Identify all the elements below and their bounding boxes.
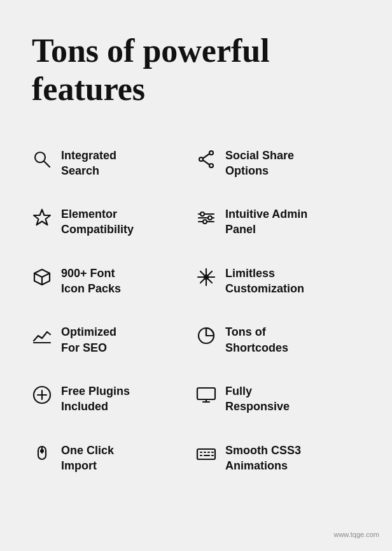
plus-circle-icon — [32, 385, 52, 405]
svg-point-12 — [208, 216, 212, 220]
svg-marker-7 — [34, 210, 50, 225]
keyboard-icon — [196, 444, 216, 464]
svg-line-1 — [44, 161, 50, 167]
search-icon — [32, 149, 52, 169]
feature-limitless: LimitlessCustomization — [196, 252, 360, 311]
feature-social-share: Social ShareOptions — [196, 134, 360, 193]
feature-one-click: One ClickImport — [32, 429, 196, 488]
sparkle-icon — [196, 267, 216, 287]
chart-icon — [32, 326, 52, 346]
mouse-icon — [32, 444, 52, 464]
svg-rect-29 — [197, 388, 215, 399]
feature-font-icons: 900+ FontIcon Packs — [32, 252, 196, 311]
svg-line-6 — [203, 160, 209, 164]
svg-line-5 — [203, 154, 209, 158]
elementor-label: ElementorCompatibility — [61, 206, 134, 238]
one-click-label: One ClickImport — [61, 443, 114, 474]
svg-line-15 — [42, 273, 50, 277]
seo-label: OptimizedFor SEO — [61, 324, 116, 355]
css3-label: Smooth CSS3Animations — [225, 443, 301, 474]
feature-integrated-search: IntegratedSearch — [32, 134, 196, 193]
font-icons-label: 900+ FontIcon Packs — [61, 266, 121, 297]
svg-rect-35 — [197, 449, 215, 459]
watermark: www.tqge.com — [333, 531, 379, 538]
svg-line-14 — [34, 273, 42, 277]
feature-responsive: FullyResponsive — [196, 369, 360, 429]
features-grid: IntegratedSearch Social ShareOptions Ele… — [32, 134, 360, 488]
social-share-label: Social ShareOptions — [225, 148, 294, 179]
admin-panel-label: Intuitive AdminPanel — [225, 206, 307, 238]
page-title: Tons of powerful features — [32, 32, 360, 108]
star-icon — [32, 208, 52, 228]
shortcodes-label: Tons ofShortcodes — [225, 324, 288, 355]
feature-admin-panel: Intuitive AdminPanel — [196, 192, 360, 252]
share-icon — [196, 149, 216, 169]
box-icon — [32, 267, 52, 287]
pie-icon — [196, 326, 216, 346]
plugins-label: Free PluginsIncluded — [61, 383, 130, 415]
svg-point-11 — [200, 212, 204, 216]
feature-elementor: ElementorCompatibility — [32, 192, 196, 252]
limitless-label: LimitlessCustomization — [225, 266, 304, 297]
feature-shortcodes: Tons ofShortcodes — [196, 310, 360, 369]
svg-point-34 — [41, 450, 43, 452]
monitor-icon — [196, 385, 216, 405]
responsive-label: FullyResponsive — [225, 383, 290, 415]
feature-seo: OptimizedFor SEO — [32, 310, 196, 369]
sliders-icon — [196, 208, 216, 228]
feature-plugins: Free PluginsIncluded — [32, 369, 196, 429]
feature-css3: Smooth CSS3Animations — [196, 429, 360, 488]
svg-point-13 — [203, 220, 207, 224]
integrated-search-label: IntegratedSearch — [61, 148, 116, 179]
